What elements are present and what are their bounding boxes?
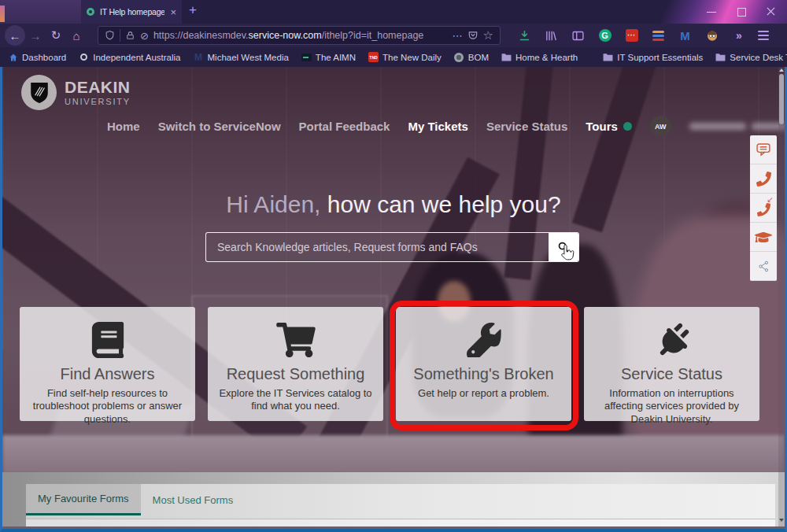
bom-badge-icon [454,52,464,62]
house-icon [8,52,18,62]
user-avatar[interactable]: AW [650,116,671,137]
titlebar-theme-gradient [0,0,83,24]
card-request-something[interactable]: Request Something Explore the IT Service… [208,307,383,421]
urlbar-divider [120,29,120,42]
search-input[interactable] [206,233,549,261]
toolbar-overflow-icon[interactable]: » [732,29,745,42]
home-button[interactable]: ⌂ [66,29,87,42]
library-icon[interactable] [545,29,558,42]
user-name-blurred[interactable] [689,123,787,130]
nav-tours[interactable]: Tours [586,120,632,133]
tab-favicon-icon [87,8,94,16]
padlock-icon[interactable] [125,31,135,41]
browser-tab[interactable]: IT Help homepage - IT Help × [81,0,182,24]
nav-service-status[interactable]: Service Status [486,120,567,133]
aimn-badge-icon [301,52,312,62]
share-icon[interactable] [750,252,777,281]
card-description: Find self-help resources to troubleshoot… [29,387,186,426]
card-somethings-broken[interactable]: Something's Broken Get help or report a … [396,307,571,421]
minimize-button[interactable] [707,7,716,17]
card-title: Find Answers [29,365,186,383]
forms-panel: My Favourite Forms Most Used Forms [26,484,775,526]
chat-icon[interactable] [750,135,777,164]
card-find-answers[interactable]: Find Answers Find self-help resources to… [20,307,195,421]
lastpass-icon[interactable]: ··· [625,29,638,42]
nav-portal-feedback[interactable]: Portal Feedback [299,120,390,133]
card-description: Explore the IT Services catalog to find … [217,387,374,413]
url-text[interactable]: https://deakinesmdev.service-now.com/ith… [153,30,448,41]
malwarebytes-icon[interactable]: M [678,29,692,42]
tab-most-used-forms[interactable]: Most Used Forms [141,484,246,515]
circle-badge-icon [79,52,89,62]
titlebar-theme-accent [0,6,5,22]
search-bar [205,232,579,262]
url-bar[interactable]: ⊘ https://deakinesmdev.service-now.com/i… [98,26,501,45]
sidebar-icon[interactable] [571,29,585,42]
folder-icon [501,52,512,62]
mouse-cursor-hand [561,244,575,261]
new-tab-button[interactable]: + [189,2,197,18]
tracking-protection-shield-icon[interactable] [105,30,115,41]
site-navigation: Home Switch to ServiceNow Portal Feedbac… [107,116,787,137]
card-title: Service Status [593,365,750,383]
card-description: Information on interruptions affecting s… [593,387,750,426]
download-icon[interactable] [518,29,531,42]
bookmark-michael-west-media[interactable]: M Michael West Media [194,52,289,62]
stylus-icon[interactable] [652,29,665,42]
deakin-logo[interactable]: DEAKIN UNIVERSITY [21,75,131,110]
permissions-blocked-icon[interactable]: ⊘ [140,30,149,42]
graduation-cap-icon[interactable] [750,223,777,252]
menu-icon[interactable] [758,31,769,40]
reload-button[interactable]: ↻ [46,28,66,42]
phone-icon[interactable] [750,164,777,194]
maximize-button[interactable] [737,7,746,17]
tnd-badge-icon: TND [368,52,379,62]
card-title: Request Something [217,365,374,383]
bookmark-the-new-daily[interactable]: TND The New Daily [368,52,442,62]
back-button[interactable]: ← [5,25,25,46]
bookmark-the-aimn[interactable]: The AIMN [301,52,356,62]
nav-switch-to-servicenow[interactable]: Switch to ServiceNow [158,120,281,133]
logo-line2: UNIVERSITY [65,97,131,106]
bookmark-folder-it-support-essentials[interactable]: IT Support Essentials [603,52,703,62]
contact-sidebar: ↙ [750,135,777,281]
page-title: Hi Aiden, how can we help you? [2,191,785,218]
nav-my-tickets[interactable]: My Tickets [408,120,467,133]
wrench-icon [405,320,562,360]
scrollbar-up-icon[interactable] [779,68,784,72]
scrollbar-down-icon[interactable] [779,519,784,522]
folder-icon [715,52,726,62]
bookmark-star-icon[interactable]: ☆ [483,28,493,42]
bookmark-independent-australia[interactable]: Independent Australia [79,52,180,62]
scrollbar-thumb[interactable] [779,74,784,124]
nav-home[interactable]: Home [107,120,140,133]
tab-my-favourite-forms[interactable]: My Favourite Forms [26,484,141,515]
bookmark-dashboard[interactable]: Dashboard [8,52,66,62]
forward-button[interactable]: → [25,29,46,42]
close-button[interactable] [767,7,776,17]
forms-section: My Favourite Forms Most Used Forms [2,472,785,526]
bookmark-bom[interactable]: BOM [454,52,489,62]
card-service-status[interactable]: Service Status Information on interrupti… [584,307,759,421]
phone-incoming-icon[interactable]: ↙ [750,194,777,223]
plug-icon [593,320,750,360]
folder-icon [603,52,613,62]
pocket-icon[interactable] [467,30,478,41]
tab-close-icon[interactable]: × [170,7,176,17]
book-icon [29,320,186,360]
deakin-shield-icon [21,75,57,110]
page-viewport: DEAKIN UNIVERSITY Home Switch to Service… [0,67,787,532]
avatar-extension-icon[interactable] [705,29,719,42]
grammarly-icon[interactable]: G [598,29,611,42]
forms-tabs: My Favourite Forms Most Used Forms [26,484,775,515]
bookmarks-bar: Dashboard Independent Australia M Michae… [0,47,787,67]
forms-panel-body [26,519,775,526]
browser-window: IT Help homepage - IT Help × + ← → ↻ ⌂ ⊘… [0,0,787,532]
tab-title: IT Help homepage - IT Help [100,7,164,17]
tours-indicator-dot [623,122,632,131]
page-actions-icon[interactable]: ⋯ [453,30,463,42]
bookmark-folder-home-hearth[interactable]: Home & Hearth [501,52,578,62]
page-scrollbar[interactable] [778,67,785,526]
cart-icon [217,320,374,360]
bookmark-folder-service-desk-tools[interactable]: Service Desk Tools [715,52,787,62]
